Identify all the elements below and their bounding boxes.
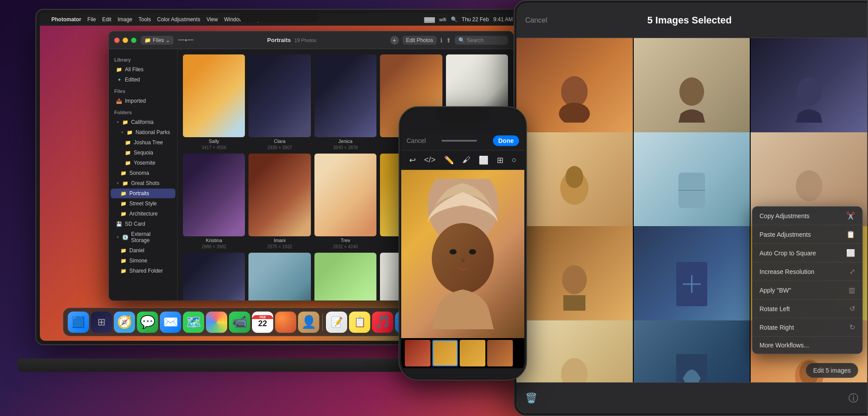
iphone-done-button[interactable]: Done: [493, 135, 519, 146]
sidebar-item-external-storage[interactable]: ▼ 💽 External Storage: [111, 229, 175, 245]
sidebar-item-sd-card[interactable]: 💾 SD Card: [111, 219, 175, 229]
filmstrip-thumb-2[interactable]: [432, 340, 458, 366]
dock-divider: [322, 313, 323, 331]
context-menu-item-more-workflows[interactable]: More Workflows...: [752, 337, 862, 354]
close-button[interactable]: [114, 38, 120, 43]
folder-selector[interactable]: 📁 Files ⌄: [141, 36, 174, 45]
pen-icon[interactable]: ✏️: [444, 155, 454, 165]
sd-card-icon: 💾: [116, 221, 122, 227]
dock-photos[interactable]: [206, 312, 227, 333]
photo-image: [314, 253, 376, 300]
dock-contacts[interactable]: 👤: [298, 312, 319, 333]
dock-reminders[interactable]: 📝: [326, 312, 347, 333]
trash-icon[interactable]: 🗑️: [525, 393, 537, 404]
sidebar-item-sequoia[interactable]: 📁 Sequoia: [111, 148, 175, 158]
context-menu-item-rotate-right[interactable]: Rotate Right ↻: [752, 318, 862, 337]
photo-name-label: Trev: [314, 238, 376, 243]
dock-finder[interactable]: 🟦: [68, 312, 89, 333]
simone-label: Simone: [129, 258, 147, 264]
context-menu-item-apply-bw[interactable]: Apply "BW" ▥: [752, 281, 862, 300]
sidebar-item-sonoma[interactable]: 📁 Sonoma: [111, 168, 175, 178]
sidebar-item-architecture[interactable]: 📁 Architecture: [111, 209, 175, 219]
share-icon[interactable]: ⬆: [446, 37, 451, 44]
title-center: Portraits 19 Photos: [198, 37, 386, 43]
context-menu: Copy Adjustments ✂️ Paste Adjustments 📋 …: [752, 206, 863, 354]
dock-calendar[interactable]: FEB22: [252, 312, 273, 333]
ipad: Cancel 5 Images Selected: [514, 0, 868, 416]
photo-item-guillermo[interactable]: Guillermo 3480 × 4640: [248, 253, 310, 300]
menu-file[interactable]: File: [87, 16, 96, 23]
undo-icon[interactable]: ↩: [409, 155, 416, 165]
sidebar-item-daniel[interactable]: 📁 Daniel: [111, 246, 175, 255]
maximize-button[interactable]: [131, 38, 136, 43]
sidebar-item-national-parks[interactable]: ▼ 📁 National Parks: [111, 127, 175, 137]
info-icon[interactable]: ℹ: [440, 37, 442, 44]
photo-item-imani[interactable]: Imani 2575 × 1932: [248, 154, 310, 249]
slider-control: ━━●━━: [178, 37, 194, 43]
dock-safari[interactable]: 🧭: [114, 312, 135, 333]
crop-icon[interactable]: ⬜: [479, 155, 488, 165]
menu-view[interactable]: View: [206, 16, 218, 23]
portraits-label: Portraits: [129, 190, 149, 196]
dock-facetime[interactable]: 📹: [229, 312, 250, 333]
svg-point-9: [566, 166, 583, 188]
window-title: Portraits: [267, 37, 291, 43]
dock-ball[interactable]: [275, 312, 296, 333]
dock-launchpad[interactable]: ⊞: [91, 312, 112, 333]
dock-messages[interactable]: 💬: [137, 312, 158, 333]
filmstrip-thumb-3[interactable]: [460, 340, 485, 366]
context-menu-item-paste-adjustments[interactable]: Paste Adjustments 📋: [752, 225, 862, 244]
search-icon[interactable]: 🔍: [451, 16, 457, 23]
menu-tools[interactable]: Tools: [139, 16, 151, 23]
sidebar-item-joshua-tree[interactable]: 📁 Joshua Tree: [111, 138, 175, 147]
filmstrip-thumb-1[interactable]: [405, 340, 430, 366]
photo-item-trev[interactable]: Trev 2832 × 4240: [314, 154, 376, 249]
add-photos-button[interactable]: +: [390, 36, 399, 45]
sidebar-item-imported[interactable]: 📥 Imported: [111, 96, 175, 106]
sidebar-item-portraits[interactable]: 📁 Portraits: [111, 189, 175, 198]
menu-date: Thu 22 Feb: [462, 16, 489, 23]
iphone-cancel-button[interactable]: Cancel: [407, 137, 426, 144]
sidebar-item-simone[interactable]: 📁 Simone: [111, 256, 175, 266]
sidebar-item-all-files[interactable]: 📁 All Files: [111, 65, 175, 74]
edit-photos-button[interactable]: Edit Photos: [403, 36, 437, 45]
photo-item-jenica[interactable]: Jenica 3840 × 2878: [314, 54, 376, 150]
photo-image: [183, 154, 245, 236]
california-label: California: [131, 119, 154, 125]
sidebar-item-yosemite[interactable]: 📁 Yosemite: [111, 158, 175, 168]
filmstrip-thumb-4[interactable]: [487, 340, 513, 366]
grid-icon[interactable]: ⊞: [497, 155, 504, 165]
dock-music[interactable]: 🎵: [372, 312, 393, 333]
photo-item-sally[interactable]: Sally 3417 × 4556: [183, 54, 245, 150]
circle-icon[interactable]: ○: [512, 155, 517, 165]
brush-icon[interactable]: 🖌: [462, 155, 470, 165]
menu-color-adjustments[interactable]: Color Adjustments: [157, 16, 200, 23]
dock-maps[interactable]: 🗺️: [183, 312, 204, 333]
menu-edit[interactable]: Edit: [102, 16, 112, 23]
sidebar-item-great-shots[interactable]: ▼ 📁 Great Shots: [111, 178, 175, 188]
context-menu-item-rotate-left[interactable]: Rotate Left ↺: [752, 300, 862, 318]
info-circle-icon[interactable]: ⓘ: [849, 392, 858, 405]
context-menu-item-copy-adjustments[interactable]: Copy Adjustments ✂️: [752, 207, 862, 225]
context-menu-label: Increase Resolution: [760, 268, 814, 275]
dock-mail[interactable]: ✉️: [160, 312, 181, 333]
photo-item-clara[interactable]: Clara 2930 × 3907: [248, 54, 310, 150]
search-icon: 🔍: [458, 37, 465, 43]
edit-images-button[interactable]: Edit 5 images: [806, 363, 858, 378]
sidebar-item-edited[interactable]: ✦ Edited: [111, 75, 175, 85]
menu-app-name[interactable]: Photomator: [51, 16, 81, 23]
dock-notes[interactable]: 📋: [349, 312, 370, 333]
menu-image[interactable]: Image: [117, 16, 132, 23]
minimize-button[interactable]: [123, 38, 128, 43]
photo-item-kristina[interactable]: Kristina 2986 × 3982: [183, 154, 245, 249]
context-menu-item-auto-crop-to-square[interactable]: Auto Crop to Square ⬜: [752, 244, 862, 262]
search-bar[interactable]: 🔍 Search: [455, 36, 508, 45]
photo-item-sophie[interactable]: Sophie 2876 × 1931: [183, 253, 245, 300]
sidebar-item-street-style[interactable]: 📁 Street Style: [111, 199, 175, 208]
sidebar-item-california[interactable]: ▼ 📁 California: [111, 117, 175, 127]
context-menu-item-increase-resolution[interactable]: Increase Resolution ⤢: [752, 262, 862, 281]
photo-item-laura[interactable]: Laura 4480 × 6720: [314, 253, 376, 300]
ipad-cancel-button[interactable]: Cancel: [525, 16, 547, 24]
sidebar-item-shared-folder[interactable]: 📁 Shared Folder: [111, 266, 175, 276]
code-icon[interactable]: </>: [424, 155, 436, 165]
